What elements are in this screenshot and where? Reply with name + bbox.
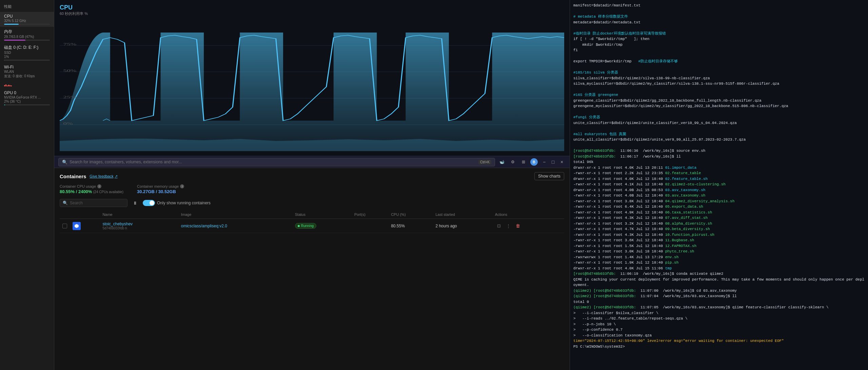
term-line: drwxr-xr-x 1 root root 4.0K Jul 13 20:11… <box>573 165 865 171</box>
sidebar-gpu-pct: 2% (36 °C) <box>4 100 50 103</box>
term-line: manifest=$datadir/manifest.txt <box>573 3 865 8</box>
term-line: [root@5d748b033fdb: 11:06:36 /work/my_16… <box>573 148 865 154</box>
term-line: silva_classifier=$dbdir/qiime2/silva-138… <box>573 76 865 81</box>
stats-row: Container CPU usage i 80.55% / 2400% (24… <box>60 184 564 194</box>
mem-info-icon[interactable]: i <box>180 184 184 188</box>
toolbar-row: 🔍 ⏸ Only show running containers <box>60 199 564 207</box>
delete-button[interactable]: 🗑 <box>514 222 522 230</box>
taskbar-icons: 🐋 ⚙ ⊞ B <box>498 158 538 166</box>
container-name[interactable]: stoic_chebyshev <box>102 222 175 226</box>
term-line: total 0 <box>573 299 865 305</box>
settings-icon[interactable]: ⚙ <box>509 158 517 166</box>
sidebar-memory-label: 内存 <box>4 29 50 35</box>
more-options-button[interactable]: ⋮ <box>505 222 513 230</box>
table-header-row: Name Image Status Port(s) CPU (%) Last s… <box>60 210 564 219</box>
sidebar-gpu-progress <box>4 104 50 105</box>
external-link-icon: ↗ <box>115 174 118 179</box>
copy-icon[interactable]: ⎘ <box>125 226 127 230</box>
row-icon-cell <box>70 219 100 233</box>
col-last-started[interactable]: Last started <box>433 210 492 219</box>
only-running-toggle[interactable]: Only show running containers <box>143 200 211 206</box>
sidebar-wifi-speed: 发送: 0 接收: 0 Kbps <box>4 74 50 79</box>
col-ports[interactable]: Port(s) <box>352 210 388 219</box>
pause-button[interactable]: ⏸ <box>131 199 139 207</box>
term-line: -rwxr-xr-x 1 root root 1.9K Jul 12 18:40… <box>573 260 865 266</box>
svg-text:25%: 25% <box>63 95 77 99</box>
show-charts-button[interactable]: Show charts <box>534 172 564 180</box>
give-feedback-link[interactable]: Give feedback ↗ <box>90 174 117 179</box>
sidebar-wifi-sub: WLAN <box>4 70 50 74</box>
taskbar-controls: − □ × <box>540 158 566 166</box>
col-name[interactable]: Name <box>100 210 178 219</box>
search-box[interactable]: 🔍 <box>60 199 127 207</box>
term-line: > --i-classifier $silva_classifier \ <box>573 310 865 316</box>
sidebar-item-memory[interactable]: 内存 29.7/63.8 GB (47%) <box>0 27 54 43</box>
sidebar-item-disk[interactable]: 磁盘 0 (C: D: E: F:) SSD 1% <box>0 43 54 63</box>
container-cpu: 80.55% <box>391 224 405 228</box>
cpu-chart-area: CPU 60 秒的利用率 % <box>54 0 570 156</box>
term-line: #临时目录 防止docker环境默认临时目录写满导致报错 <box>573 31 865 37</box>
maximize-button[interactable]: □ <box>549 158 557 166</box>
term-line: -rwxr-xr-x 1 root root 4.9K Jul 12 18:40… <box>573 210 865 215</box>
svg-text:75%: 75% <box>63 42 77 46</box>
container-image[interactable]: omicsclass/ampliseq:v2.0 <box>181 224 227 228</box>
term-line: drwxr-xr-x 1 root root 4.0B Jul 15 08:53… <box>573 187 865 193</box>
term-line: -rwxr-xr-x 1 root root 4.3K Jul 12 18:40… <box>573 232 865 238</box>
term-line: > --o-classification taxonomy.qza <box>573 333 865 338</box>
term-line: PS C:\WINDOWS\system32> <box>573 344 865 350</box>
row-ports-cell <box>352 219 388 233</box>
col-cpu[interactable]: CPU (%) <box>388 210 433 219</box>
toggle-control[interactable] <box>143 200 155 206</box>
term-line: -rwxr-xr-x 1 root root 4.3K Jul 12 18:40… <box>573 215 865 221</box>
term-line: -rwxrwxrwx 1 root root 1.4K Jul 13 17:29… <box>573 254 865 260</box>
sidebar-disk-pct: 1% <box>4 55 50 59</box>
status-text: Running <box>301 224 314 228</box>
term-line: [root@5d748b033fdb: 11:06:19 /work/my_16… <box>573 271 865 277</box>
term-line: > --p-confidence 0.7 <box>573 327 865 333</box>
sidebar-memory-sub: 29.7/63.8 GB (47%) <box>4 35 50 39</box>
taskbar-search[interactable]: 🔍 Search for images, containers, volumes… <box>58 158 495 166</box>
close-button[interactable]: × <box>558 158 566 166</box>
term-line: -rwxr-xr-x 1 root root 2.2K Jul 12 23:35… <box>573 170 865 176</box>
term-line: [root@5d748b033fdb: 11:06:17 /work/my_16… <box>573 154 865 160</box>
whale-icon[interactable]: 🐋 <box>498 158 506 166</box>
sidebar-item-gpu[interactable]: GPU 0 NVIDIA GeForce RTX ... 2% (36 °C) <box>0 88 54 107</box>
term-line: -rwxr-xr-x 1 root root 1.5K Jul 12 18:40… <box>573 243 865 249</box>
cpu-info-icon[interactable]: i <box>97 184 101 188</box>
row-checkbox[interactable] <box>62 224 67 228</box>
sidebar-item-wifi[interactable]: Wi-Fi WLAN 发送: 0 接收: 0 Kbps <box>0 63 54 88</box>
search-input[interactable] <box>70 201 124 205</box>
minimize-button[interactable]: − <box>540 158 548 166</box>
term-line: fi <box>573 47 865 53</box>
user-avatar[interactable]: B <box>530 158 538 166</box>
row-name-cell: stoic_chebyshev 5d748b033fdb ⎘ <box>100 219 178 233</box>
svg-text:0%: 0% <box>63 122 73 125</box>
sidebar-gpu-label: GPU 0 <box>4 90 50 95</box>
mem-usage-value: 30.27GB / 30.52GB <box>137 189 184 194</box>
search-box-icon: 🔍 <box>63 201 68 205</box>
action-buttons: ⊡ ⋮ 🗑 <box>495 222 561 230</box>
open-browser-button[interactable]: ⊡ <box>495 222 503 230</box>
term-line <box>573 87 865 92</box>
sidebar-item-cpu[interactable]: CPU 32% 5.12 GHz <box>0 12 54 27</box>
containers-header: Containers Give feedback ↗ Show charts <box>60 172 564 180</box>
grid-icon[interactable]: ⊞ <box>519 158 528 166</box>
terminal-panel: manifest=$datadir/manifest.txt # metadat… <box>570 0 868 370</box>
term-line: -rwxr-xr-x 1 root root 4.7K Jul 12 18:40… <box>573 226 865 232</box>
containers-title: Containers <box>60 173 86 179</box>
col-image[interactable]: Image <box>178 210 292 219</box>
term-line: drwxr-xr-x 1 root root 4.0K Jul 12 18:40… <box>573 176 865 182</box>
container-icon <box>73 222 81 230</box>
col-checkbox <box>60 210 70 219</box>
taskbar-shortcut: Ctrl+K <box>478 160 491 164</box>
term-line: -rwxr-xr-x 1 root root 6.4K Jul 12 18:40… <box>573 204 865 210</box>
col-status[interactable]: Status <box>292 210 352 219</box>
sidebar-wifi-label: Wi-Fi <box>4 65 50 69</box>
containers-title-row: Containers Give feedback ↗ <box>60 173 118 179</box>
cpu-chart-subtitle: 60 秒的利用率 % <box>60 11 564 16</box>
mem-usage-stat: Container memory usage i 30.27GB / 30.52… <box>137 184 184 194</box>
term-line: total 96k <box>573 159 865 165</box>
term-line: silva_myclassifier=$dbdir/qiime2/my_clas… <box>573 81 865 87</box>
status-badge: Running <box>295 223 316 229</box>
term-line: (qiime2) [root@5d748b033fdb: 11:07:04 /w… <box>573 293 865 299</box>
